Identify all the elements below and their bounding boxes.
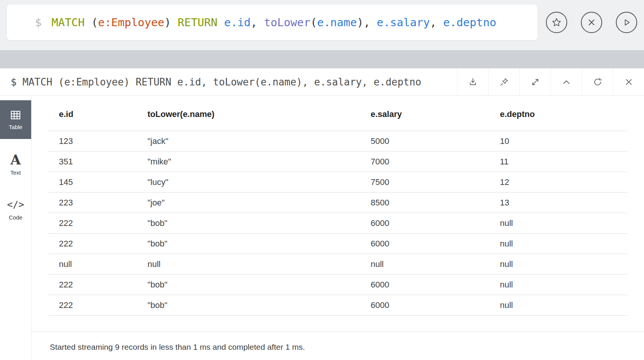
column-header: e.deptno [489, 96, 627, 131]
results-table: e.idtoLower(e.name)e.salarye.deptno 123"… [48, 96, 627, 316]
view-text-button[interactable]: A Text [0, 145, 31, 184]
table-cell: 123 [48, 131, 137, 152]
table-icon [10, 109, 22, 121]
table-cell: 11 [489, 152, 627, 172]
run-query-button[interactable] [616, 12, 637, 33]
table-cell: null [360, 254, 489, 275]
table-cell: 6000 [360, 295, 489, 316]
pin-button[interactable] [488, 68, 519, 95]
table-row: nullnullnullnull [48, 254, 627, 275]
table-cell: 6000 [360, 234, 489, 254]
table-cell: "bob" [137, 275, 360, 295]
table-cell: 7000 [360, 152, 489, 172]
table-cell: "mike" [137, 152, 360, 172]
column-header: toLower(e.name) [137, 96, 360, 131]
frame-toolbar [457, 68, 644, 95]
table-row: 222"bob"6000null [48, 234, 627, 254]
table-cell: 6000 [360, 275, 489, 295]
table-cell: 5000 [360, 131, 489, 152]
view-table-button[interactable]: Table [0, 100, 31, 139]
view-code-button[interactable]: </> Code [0, 190, 31, 229]
download-icon [468, 77, 478, 87]
table-cell: null [489, 254, 627, 275]
table-cell: "bob" [137, 295, 360, 316]
pin-icon [499, 77, 509, 87]
close-icon [586, 17, 597, 28]
rerun-icon [593, 77, 603, 87]
play-icon [621, 17, 632, 28]
download-button[interactable] [457, 68, 488, 95]
code-icon: </> [7, 198, 24, 212]
collapse-icon [562, 77, 571, 87]
rerun-button[interactable] [582, 68, 613, 95]
table-row: 222"bob"6000null [48, 213, 627, 234]
editor-prompt: $ [35, 16, 41, 29]
view-table-label: Table [9, 124, 22, 130]
table-cell: "bob" [137, 213, 360, 234]
frame-query-text[interactable]: $ MATCH (e:Employee) RETURN e.id, toLowe… [0, 68, 457, 95]
table-cell: 10 [489, 131, 627, 152]
close-icon [624, 77, 634, 87]
query-tokens: MATCH (e:Employee) RETURN e.id, toLower(… [51, 16, 496, 29]
table-cell: null [48, 254, 137, 275]
table-cell: 8500 [360, 193, 489, 213]
table-row: 222"bob"6000null [48, 275, 627, 295]
table-cell: 222 [48, 213, 137, 234]
table-body: 123"jack"500010351"mike"700011145"lucy"7… [48, 131, 627, 316]
table-row: 123"jack"500010 [48, 131, 627, 152]
table-cell: "bob" [137, 234, 360, 254]
table-cell: 223 [48, 193, 137, 213]
frame-body: Table A Text </> Code e.idtoLower(e.name… [0, 96, 644, 360]
table-header-row: e.idtoLower(e.name)e.salarye.deptno [48, 96, 627, 131]
expand-icon [530, 77, 540, 87]
table-cell: null [489, 295, 627, 316]
table-cell: 6000 [360, 213, 489, 234]
column-header: e.id [48, 96, 137, 131]
table-cell: 351 [48, 152, 137, 172]
text-icon: A [10, 153, 21, 167]
table-cell: "jack" [137, 131, 360, 152]
editor-bar: $ MATCH (e:Employee) RETURN e.id, toLowe… [0, 0, 644, 50]
favorite-button[interactable] [546, 12, 567, 33]
table-cell: 222 [48, 295, 137, 316]
table-cell: "lucy" [137, 172, 360, 193]
table-row: 222"bob"6000null [48, 295, 627, 316]
table-cell: null [489, 275, 627, 295]
table-row: 223"joe"850013 [48, 193, 627, 213]
query-editor[interactable]: $ MATCH (e:Employee) RETURN e.id, toLowe… [7, 5, 538, 40]
table-cell: null [137, 254, 360, 275]
frame-close-button[interactable] [613, 68, 644, 95]
collapse-button[interactable] [550, 68, 582, 95]
status-message: Started streaming 9 records in less than… [32, 332, 644, 352]
table-cell: 222 [48, 275, 137, 295]
table-cell: 222 [48, 234, 137, 254]
clear-editor-button[interactable] [581, 12, 602, 33]
view-code-label: Code [9, 214, 22, 221]
view-sidebar: Table A Text </> Code [0, 96, 32, 360]
stream-background [0, 50, 644, 68]
result-frame: $ MATCH (e:Employee) RETURN e.id, toLowe… [0, 68, 644, 360]
expand-button[interactable] [519, 68, 550, 95]
table-row: 351"mike"700011 [48, 152, 627, 172]
table-cell: "joe" [137, 193, 360, 213]
table-cell: 12 [489, 172, 627, 193]
table-row: 145"lucy"750012 [48, 172, 627, 193]
table-cell: null [489, 213, 627, 234]
column-header: e.salary [360, 96, 489, 131]
table-cell: null [489, 234, 627, 254]
table-cell: 7500 [360, 172, 489, 193]
table-cell: 13 [489, 193, 627, 213]
result-content: e.idtoLower(e.name)e.salarye.deptno 123"… [32, 96, 644, 360]
frame-header: $ MATCH (e:Employee) RETURN e.id, toLowe… [0, 68, 644, 96]
table-cell: 145 [48, 172, 137, 193]
star-icon [551, 17, 562, 28]
editor-actions [546, 5, 637, 40]
view-text-label: Text [10, 169, 21, 176]
